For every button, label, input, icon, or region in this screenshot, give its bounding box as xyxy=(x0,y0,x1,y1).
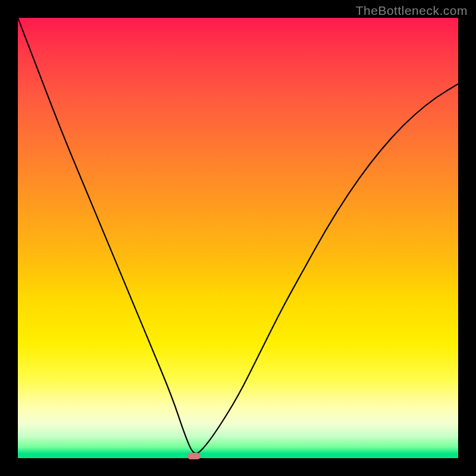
optimum-marker xyxy=(187,453,201,459)
watermark-text: TheBottleneck.com xyxy=(356,4,468,18)
bottleneck-curve xyxy=(18,18,458,458)
